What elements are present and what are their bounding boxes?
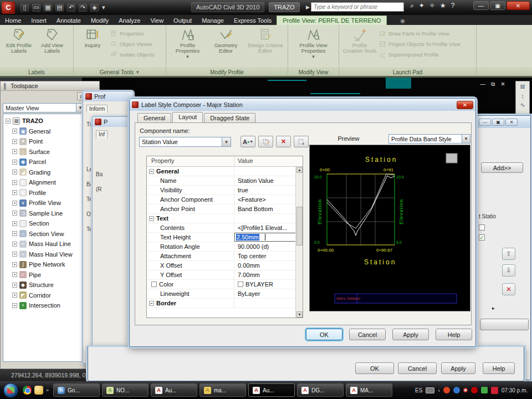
scroll-up-icon[interactable]: ▲ — [296, 167, 303, 173]
design-criteria-editor-button[interactable]: Design Criteria Editor — [246, 27, 284, 68]
minimize-icon[interactable]: — — [479, 119, 491, 126]
panel-caption[interactable]: Labels — [0, 68, 73, 76]
tree-root[interactable]: − ▤ TRAZO — [6, 116, 84, 126]
panel-caption[interactable]: Modify Profile — [166, 68, 288, 76]
tree-item[interactable]: + ⊃ Alignment — [6, 177, 84, 188]
add-button[interactable]: Add>> — [481, 162, 523, 173]
hidden-dialog-tab[interactable]: Inform — [86, 105, 108, 112]
tree-item[interactable]: + ◢ Grading — [6, 167, 84, 178]
clock[interactable]: 07:30 p.m. — [502, 387, 528, 393]
property-value[interactable]: 7.00mm — [238, 272, 260, 278]
taskbar-button[interactable]: A MA... — [346, 383, 392, 397]
close-icon[interactable]: ✕ — [500, 81, 505, 88]
messenger-icon[interactable] — [34, 386, 43, 395]
new-file-icon[interactable]: ▯ — [21, 4, 29, 12]
minimize-button[interactable]: — — [473, 1, 489, 10]
property-value[interactable]: Station Value — [238, 177, 274, 184]
help-icon[interactable]: ? — [451, 2, 455, 9]
taskbar-button[interactable]: A Au... — [248, 383, 295, 397]
close-icon[interactable]: ✕ — [505, 119, 518, 126]
delete-button[interactable]: ✕ — [502, 283, 515, 295]
grid-scrollbar[interactable]: ▲ ▼ — [295, 167, 303, 318]
preview-canvas[interactable]: Station 0+00 0+91 20.0 0.0 10.0 5.0 — [309, 145, 470, 311]
restore-icon[interactable]: ⧉ — [491, 81, 495, 88]
background-dialog-bottom[interactable]: OK Cancel Apply Help — [88, 347, 524, 381]
expand-icon[interactable]: + — [12, 149, 17, 154]
viewcube-icon[interactable]: ⊠ — [520, 83, 525, 90]
create-text-component-button[interactable]: A●▼ — [241, 136, 255, 147]
scroll-thumb[interactable] — [296, 207, 303, 245]
tree-item[interactable]: + ≈ Mass Haul Line — [6, 239, 84, 249]
panel-caption[interactable]: General Tools▼ — [74, 68, 166, 76]
minimize-ribbon-icon[interactable]: ◉ — [400, 18, 405, 25]
tree-item[interactable]: + + Intersection — [6, 300, 84, 311]
calendar-icon[interactable] — [491, 387, 498, 394]
undo-icon[interactable]: ↶ — [67, 4, 75, 12]
checkbox-checked[interactable]: ✓ — [479, 234, 485, 241]
taskbar-button[interactable]: A DG... — [297, 383, 344, 397]
close-button[interactable]: ✕ — [507, 1, 530, 10]
property-row[interactable]: − Name Station Value — [147, 176, 303, 186]
tree-item[interactable]: + ≈ Mass Haul View — [6, 249, 84, 260]
restore-icon[interactable]: ▣ — [492, 119, 504, 126]
partial-button[interactable] — [480, 319, 529, 330]
component-name-dropdown[interactable]: Station Value ▼ — [139, 137, 231, 147]
property-value[interactable]: 2.50mm — [236, 234, 259, 241]
property-row[interactable]: − Border — [147, 299, 303, 308]
move-down-button[interactable]: ⇩ — [502, 264, 515, 277]
expand-icon[interactable]: + — [12, 190, 17, 195]
property-row[interactable]: − Attachment Top center — [147, 252, 303, 261]
edit-profile-labels-button[interactable]: Edit Profile Labels — [3, 27, 34, 68]
tray-icon-red[interactable] — [443, 387, 450, 393]
project-objects-button[interactable]: Project Objects To Profile View — [379, 40, 461, 48]
property-row[interactable]: − Rotation Angle 90.0000 (d) — [147, 242, 303, 252]
draw-parts-button[interactable]: Draw Parts in Profile View — [379, 30, 461, 37]
ribbon-tab[interactable]: Home — [0, 16, 26, 25]
expand-icon[interactable]: + — [12, 293, 17, 298]
ok-button[interactable]: OK — [355, 362, 394, 374]
quick-launch-overflow-icon[interactable]: » — [46, 387, 49, 393]
expand-icon[interactable]: + — [12, 201, 17, 206]
scroll-down-icon[interactable]: ▼ — [296, 311, 303, 318]
ribbon-tab[interactable]: Analyze — [114, 16, 145, 25]
copy-component-button[interactable] — [258, 136, 273, 147]
chrome-icon[interactable] — [23, 386, 32, 395]
keyboard-icon[interactable] — [426, 387, 434, 393]
expand-icon[interactable]: + — [12, 129, 17, 134]
property-value[interactable]: 0.00mm — [238, 262, 260, 269]
component-draw-order-button[interactable] — [294, 136, 309, 147]
dialog-close-button[interactable]: ✕ — [457, 101, 473, 109]
taskbar-button[interactable]: A ma... — [200, 383, 246, 397]
property-value[interactable]: BYLAYER — [245, 281, 273, 288]
tree-item[interactable]: + ◉ Parcel — [6, 157, 84, 167]
property-value[interactable]: 90.0000 (d) — [238, 243, 269, 250]
property-row[interactable]: − Visibility true — [147, 186, 303, 195]
property-value[interactable]: <Feature> — [238, 196, 266, 203]
minimize-icon[interactable]: — — [480, 81, 485, 88]
expand-icon[interactable]: + — [12, 180, 17, 185]
apply-button[interactable]: Apply — [392, 329, 429, 340]
taskbar-button[interactable]: A NO... — [102, 383, 149, 397]
tree-item[interactable]: + ◩ Corridor — [6, 290, 84, 301]
property-row[interactable]: − X Offset 0.00mm — [147, 261, 303, 270]
property-row[interactable]: − Contents <[Profile1 Elevat... — [147, 223, 303, 233]
drawing-side-toolbar[interactable]: ⊠ ↕ ∿ — [515, 81, 530, 120]
tree-item[interactable]: + ∨ Profile — [6, 188, 84, 198]
save-icon[interactable]: ▦ — [44, 4, 52, 12]
expand-icon[interactable]: + — [12, 160, 17, 165]
tray-icon-antivirus[interactable] — [463, 388, 468, 392]
property-row[interactable]: − Y Offset 7.00mm — [147, 270, 303, 280]
ribbon-tab[interactable]: Insert — [26, 16, 52, 25]
expand-icon[interactable]: + — [12, 272, 17, 277]
properties-button[interactable]: Properties — [110, 30, 155, 37]
print-icon[interactable]: ▤ — [55, 4, 64, 12]
tree-item[interactable]: + ∫ Pipe Network — [6, 259, 84, 270]
superimposed-profile-button[interactable]: Superimposed Profile — [379, 51, 461, 58]
redo-icon[interactable]: ↷ — [79, 4, 87, 12]
ribbon-tab[interactable]: Modify — [86, 16, 114, 25]
cancel-button[interactable]: Cancel — [349, 329, 386, 340]
help-button[interactable]: Help — [436, 329, 472, 340]
preview-zoom-button[interactable] — [446, 154, 457, 163]
property-row[interactable]: − Anchor Point Band Bottom — [147, 204, 303, 214]
search-arrow-icon[interactable]: ▶ — [306, 4, 310, 10]
